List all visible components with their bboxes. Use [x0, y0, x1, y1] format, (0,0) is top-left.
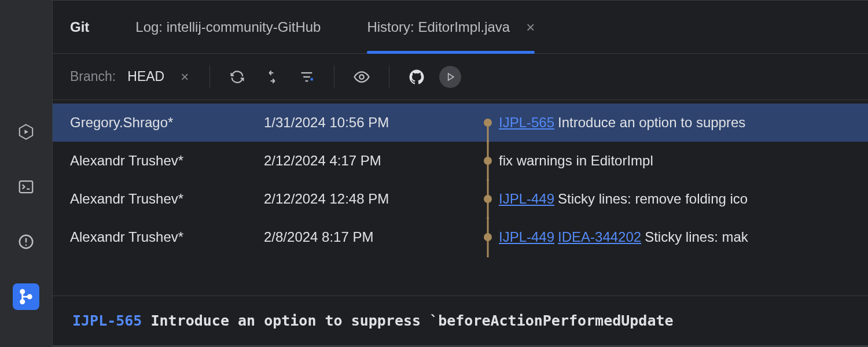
- branch-value[interactable]: HEAD: [127, 69, 164, 84]
- graph-node-icon: [484, 119, 492, 127]
- branch-label: Branch:: [70, 69, 116, 84]
- commit-author: Alexandr Trushev*: [70, 153, 264, 169]
- close-icon[interactable]: ×: [526, 20, 535, 35]
- graph-node-icon: [484, 157, 492, 165]
- commit-message: IJPL-565Introduce an option to suppres: [484, 115, 745, 131]
- commit-row[interactable]: Alexandr Trushev* 2/12/2024 4:17 PM fix …: [53, 142, 868, 180]
- commit-detail: IJPL-565 Introduce an option to suppress…: [53, 296, 868, 345]
- services-tool-button[interactable]: [13, 119, 39, 145]
- github-icon[interactable]: [404, 65, 429, 89]
- detail-message: Introduce an option to suppress `beforeA…: [150, 312, 673, 329]
- svg-point-6: [21, 290, 24, 293]
- svg-point-7: [21, 300, 24, 304]
- tab-history[interactable]: History: EditorImpl.java ×: [367, 1, 535, 53]
- commit-row[interactable]: Alexandr Trushev* 2/8/2024 8:17 PM IJPL-…: [53, 218, 868, 256]
- commit-date: 2/12/2024 12:48 PM: [264, 191, 484, 207]
- separator: [209, 65, 210, 88]
- tab-label: Log: intellij-community-GitHub: [135, 19, 321, 35]
- graph-node-icon: [484, 233, 492, 241]
- svg-point-12: [359, 75, 364, 79]
- svg-point-8: [28, 295, 31, 298]
- issue-link[interactable]: IJPL-449: [499, 229, 554, 245]
- commit-row[interactable]: Alexandr Trushev* 2/12/2024 12:48 PM IJP…: [53, 180, 868, 218]
- filter-icon[interactable]: [295, 65, 319, 89]
- eye-icon[interactable]: [350, 65, 374, 89]
- tab-label: History: EditorImpl.java: [367, 19, 510, 35]
- svg-marker-1: [25, 130, 28, 134]
- commit-author: Gregory.Shrago*: [70, 115, 264, 131]
- commit-author: Alexandr Trushev*: [70, 229, 264, 245]
- clear-branch-icon[interactable]: ×: [181, 69, 189, 85]
- graph-node-icon: [484, 195, 492, 203]
- commit-author: Alexandr Trushev*: [70, 191, 264, 207]
- run-icon[interactable]: [439, 66, 461, 88]
- commit-message: IJPL-449IDEA-344202Sticky lines: mak: [484, 229, 748, 245]
- tab-log[interactable]: Log: intellij-community-GitHub: [135, 1, 321, 53]
- commit-date: 2/12/2024 4:17 PM: [264, 153, 484, 169]
- issue-link[interactable]: IJPL-565: [499, 115, 554, 130]
- commit-date: 2/8/2024 8:17 PM: [264, 229, 484, 245]
- history-toolbar: Branch: HEAD ×: [53, 54, 868, 100]
- commit-row[interactable]: Gregory.Shrago* 1/31/2024 10:56 PM IJPL-…: [53, 104, 868, 142]
- commit-message: IJPL-449Sticky lines: remove folding ico: [484, 191, 748, 207]
- tool-window-rail: [0, 0, 52, 347]
- svg-marker-13: [448, 73, 454, 80]
- refresh-icon[interactable]: [225, 65, 249, 89]
- git-tabbar: Git Log: intellij-community-GitHub Histo…: [53, 1, 868, 54]
- compare-icon[interactable]: [260, 65, 284, 89]
- svg-point-5: [25, 244, 27, 246]
- detail-issue[interactable]: IJPL-565: [72, 312, 142, 329]
- terminal-tool-button[interactable]: [13, 174, 39, 200]
- separator: [389, 65, 389, 88]
- panel-title: Git: [70, 19, 89, 35]
- separator: [334, 65, 334, 88]
- git-tool-button[interactable]: [13, 283, 39, 310]
- problems-tool-button[interactable]: [13, 228, 39, 255]
- issue-link[interactable]: IJPL-449: [499, 191, 554, 206]
- commit-list: Gregory.Shrago* 1/31/2024 10:56 PM IJPL-…: [53, 100, 868, 296]
- issue-link[interactable]: IDEA-344202: [558, 229, 641, 245]
- commit-message: fix warnings in EditorImpl: [484, 153, 653, 169]
- git-panel: Git Log: intellij-community-GitHub Histo…: [52, 0, 868, 347]
- svg-rect-2: [20, 181, 33, 193]
- commit-date: 1/31/2024 10:56 PM: [264, 115, 484, 131]
